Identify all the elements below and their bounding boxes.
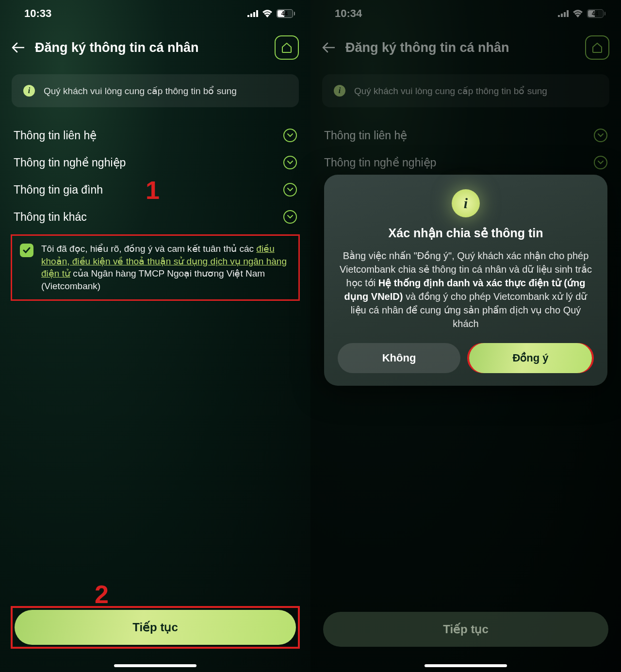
cta-wrap: Tiếp tục bbox=[321, 610, 610, 649]
home-button[interactable] bbox=[585, 35, 609, 60]
cellular-icon bbox=[558, 10, 569, 17]
battery-icon: 44 bbox=[277, 9, 295, 18]
svg-rect-5 bbox=[561, 14, 563, 17]
agree-button[interactable]: Đồng ý bbox=[469, 343, 592, 373]
modal-buttons: Không Đồng ý bbox=[338, 343, 594, 373]
chevron-down-icon bbox=[594, 156, 607, 169]
section-occupation[interactable]: Thông tin nghề nghiệp bbox=[310, 149, 621, 176]
svg-rect-2 bbox=[253, 12, 255, 17]
modal-body: Bằng việc nhấn "Đồng ý", Quý khách xác n… bbox=[338, 249, 594, 330]
continue-button[interactable]: Tiếp tục bbox=[323, 612, 608, 647]
section-label: Thông tin nghề nghiệp bbox=[14, 156, 126, 169]
info-icon: i bbox=[23, 85, 35, 97]
annotation-2: 2 bbox=[95, 580, 109, 609]
section-contact[interactable]: Thông tin liên hệ bbox=[0, 122, 310, 149]
agree-highlight: Đồng ý bbox=[467, 343, 594, 373]
header: Đăng ký thông tin cá nhân bbox=[310, 27, 621, 74]
wifi-icon bbox=[262, 10, 273, 17]
svg-rect-3 bbox=[256, 10, 258, 17]
continue-button[interactable]: Tiếp tục bbox=[15, 610, 296, 645]
chevron-down-icon bbox=[283, 156, 297, 169]
section-label: Thông tin khác bbox=[14, 211, 87, 224]
chevron-down-icon bbox=[283, 183, 297, 197]
decline-button[interactable]: Không bbox=[338, 343, 460, 373]
annotation-1: 1 bbox=[146, 176, 160, 205]
info-banner-text: Quý khách vui lòng cung cấp thông tin bổ… bbox=[354, 85, 547, 97]
section-contact[interactable]: Thông tin liên hệ bbox=[310, 122, 621, 149]
status-right: 44 bbox=[558, 9, 606, 18]
back-arrow-icon[interactable] bbox=[12, 42, 26, 53]
consent-box: Tôi đã đọc, hiểu rõ, đồng ý và cam kết t… bbox=[11, 234, 300, 301]
status-time: 10:33 bbox=[24, 7, 51, 20]
cellular-icon bbox=[247, 10, 258, 17]
svg-rect-6 bbox=[564, 12, 566, 17]
consent-text: Tôi đã đọc, hiểu rõ, đồng ý và cam kết t… bbox=[41, 243, 291, 293]
header: Đăng ký thông tin cá nhân bbox=[0, 27, 310, 74]
status-right: 44 bbox=[247, 9, 295, 18]
wifi-icon bbox=[572, 10, 583, 17]
chevron-down-icon bbox=[594, 129, 607, 142]
svg-rect-1 bbox=[250, 14, 252, 17]
cta-highlight: Tiếp tục bbox=[11, 606, 300, 649]
status-bar: 10:34 44 bbox=[310, 0, 621, 27]
consent-checkbox[interactable] bbox=[20, 244, 33, 257]
info-icon: i bbox=[452, 189, 480, 217]
section-occupation[interactable]: Thông tin nghề nghiệp bbox=[0, 149, 310, 176]
page-title: Đăng ký thông tin cá nhân bbox=[35, 40, 266, 55]
info-banner-text: Quý khách vui lòng cung cấp thông tin bổ… bbox=[44, 85, 237, 97]
svg-rect-0 bbox=[247, 15, 249, 17]
svg-rect-7 bbox=[567, 10, 569, 17]
section-label: Thông tin gia đình bbox=[14, 183, 103, 197]
section-label: Thông tin nghề nghiệp bbox=[324, 156, 436, 169]
home-button[interactable] bbox=[275, 35, 299, 60]
info-banner: i Quý khách vui lòng cung cấp thông tin … bbox=[12, 74, 299, 107]
back-arrow-icon[interactable] bbox=[322, 42, 337, 53]
home-indicator[interactable] bbox=[114, 664, 196, 667]
battery-icon: 44 bbox=[587, 9, 606, 18]
chevron-down-icon bbox=[283, 210, 297, 224]
phone-screen-left: 10:33 44 Đăng ký thông tin cá nhân i Quý… bbox=[0, 0, 310, 672]
modal-title: Xác nhận chia sẻ thông tin bbox=[338, 226, 594, 240]
chevron-down-icon bbox=[283, 129, 297, 142]
info-banner: i Quý khách vui lòng cung cấp thông tin … bbox=[322, 74, 609, 107]
section-label: Thông tin liên hệ bbox=[14, 129, 97, 142]
page-title: Đăng ký thông tin cá nhân bbox=[345, 40, 576, 55]
status-time: 10:34 bbox=[335, 7, 362, 20]
section-other[interactable]: Thông tin khác bbox=[0, 203, 310, 230]
phone-screen-right: 10:34 44 Đăng ký thông tin cá nhân i Quý… bbox=[310, 0, 621, 672]
confirm-modal: i Xác nhận chia sẻ thông tin Bằng việc n… bbox=[324, 175, 607, 386]
section-label: Thông tin liên hệ bbox=[324, 129, 407, 142]
svg-rect-4 bbox=[558, 15, 560, 17]
home-indicator[interactable] bbox=[425, 664, 507, 667]
status-bar: 10:33 44 bbox=[0, 0, 310, 27]
info-icon: i bbox=[334, 85, 345, 97]
